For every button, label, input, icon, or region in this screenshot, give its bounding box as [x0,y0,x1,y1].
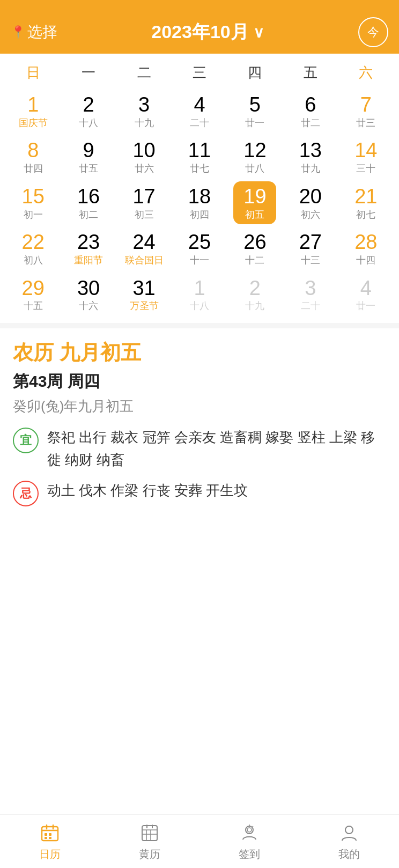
yi-text: 祭祀 出行 裁衣 冠笄 会亲友 造畜稠 嫁娶 竖柱 上梁 移徙 纳财 纳畜 [47,426,386,471]
ji-row: 忌 动土 伐木 作梁 行丧 安葬 开生坟 [13,480,386,506]
day-25[interactable]: 25 十一 [172,226,227,271]
day-2[interactable]: 2 十八 [61,89,116,134]
location-label[interactable]: 选择 [27,22,57,42]
day-26[interactable]: 26 十二 [227,226,283,271]
detail-section: 农历 九月初五 第43周 周四 癸卯(兔)年九月初五 宜 祭祀 出行 裁衣 冠笄… [0,328,399,526]
day-18[interactable]: 18 初四 [172,180,227,226]
day-1[interactable]: 1 国庆节 [5,89,61,134]
day-16[interactable]: 16 初二 [61,180,116,226]
weekday-thu: 四 [227,59,283,86]
yi-badge: 宜 [13,428,39,453]
day-6[interactable]: 6 廿二 [283,89,338,134]
section-divider [0,323,399,328]
day-24[interactable]: 24 联合国日 [116,226,172,271]
day-nov-4[interactable]: 4 廿一 [338,272,394,318]
day-23[interactable]: 23 重阳节 [61,226,116,271]
nav-item-mine[interactable]: 我的 [299,821,399,862]
day-10[interactable]: 10 廿六 [116,134,172,180]
svg-point-19 [345,826,353,834]
nav-item-almanac[interactable]: 黄历 [100,821,200,862]
day-30[interactable]: 30 十六 [61,272,116,318]
day-29[interactable]: 29 十五 [5,272,61,318]
lunar-date: 农历 九月初五 [13,339,386,366]
weekday-mon: 一 [61,59,116,86]
mine-nav-icon [337,821,361,845]
today-button[interactable]: 今 [358,17,388,47]
calendar-area: 日 一 二 三 四 五 六 1 国庆节 2 十八 3 十九 4 二十 5 廿一 [0,59,399,318]
day-nov-1[interactable]: 1 十八 [172,272,227,318]
svg-rect-7 [49,837,51,839]
ji-badge: 忌 [13,481,39,506]
bottom-navigation: 日历 黄历 签到 [0,814,399,868]
day-15[interactable]: 15 初一 [5,180,61,226]
day-14[interactable]: 14 三十 [338,134,394,180]
day-11[interactable]: 11 廿七 [172,134,227,180]
day-19[interactable]: 19 初五 [227,180,283,226]
day-8[interactable]: 8 廿四 [5,134,61,180]
location-selector[interactable]: 📍 选择 [11,22,57,42]
day-31[interactable]: 31 万圣节 [116,272,172,318]
day-21[interactable]: 21 初七 [338,180,394,226]
nav-item-calendar[interactable]: 日历 [0,821,100,862]
day-22[interactable]: 22 初八 [5,226,61,271]
bottom-spacer [0,526,399,585]
yi-row: 宜 祭祀 出行 裁衣 冠笄 会亲友 造畜稠 嫁娶 竖柱 上梁 移徙 纳财 纳畜 [13,426,386,471]
calendar-header: 📍 选择 2023年10月 ∨ 今 [0,0,399,54]
day-17[interactable]: 17 初三 [116,180,172,226]
yi-label: 宜 [20,432,32,448]
weekday-tue: 二 [116,59,172,86]
svg-rect-8 [142,826,157,841]
month-text: 2023年10月 [151,20,248,45]
svg-point-15 [246,826,253,834]
day-7[interactable]: 7 廿三 [338,89,394,134]
weekday-sat: 六 [338,59,394,86]
calendar-grid: 1 国庆节 2 十八 3 十九 4 二十 5 廿一 6 廿二 7 廿三 8 [5,89,394,318]
day-4[interactable]: 4 二十 [172,89,227,134]
ji-text: 动土 伐木 作梁 行丧 安葬 开生坟 [47,480,386,502]
week-info: 第43周 周四 [13,371,386,393]
nav-label-almanac: 黄历 [139,847,160,862]
today-label: 今 [367,24,379,40]
svg-point-16 [247,828,252,832]
nav-label-mine: 我的 [338,847,360,862]
almanac-nav-icon [138,821,161,845]
day-13[interactable]: 13 廿九 [283,134,338,180]
calendar-nav-icon [38,821,62,845]
day-20[interactable]: 20 初六 [283,180,338,226]
day-3[interactable]: 3 十九 [116,89,172,134]
svg-rect-4 [45,833,47,836]
checkin-nav-icon [238,821,261,845]
svg-rect-5 [49,833,51,836]
svg-rect-6 [45,837,47,839]
year-info: 癸卯(兔)年九月初五 [13,397,386,416]
weekday-header: 日 一 二 三 四 五 六 [5,59,394,86]
nav-label-checkin: 签到 [239,847,260,862]
weekday-sun: 日 [5,59,61,86]
ji-label: 忌 [20,486,32,502]
day-12[interactable]: 12 廿八 [227,134,283,180]
day-nov-3[interactable]: 3 二十 [283,272,338,318]
location-dot-icon: 📍 [11,25,25,39]
weekday-fri: 五 [283,59,338,86]
svg-line-18 [252,826,253,827]
weekday-wed: 三 [172,59,227,86]
day-nov-2[interactable]: 2 十九 [227,272,283,318]
day-5[interactable]: 5 廿一 [227,89,283,134]
nav-item-checkin[interactable]: 签到 [200,821,299,862]
day-28[interactable]: 28 十四 [338,226,394,271]
chevron-down-icon: ∨ [253,24,264,41]
month-title[interactable]: 2023年10月 ∨ [151,20,264,45]
day-9[interactable]: 9 廿五 [61,134,116,180]
day-27[interactable]: 27 十三 [283,226,338,271]
nav-label-calendar: 日历 [39,847,61,862]
